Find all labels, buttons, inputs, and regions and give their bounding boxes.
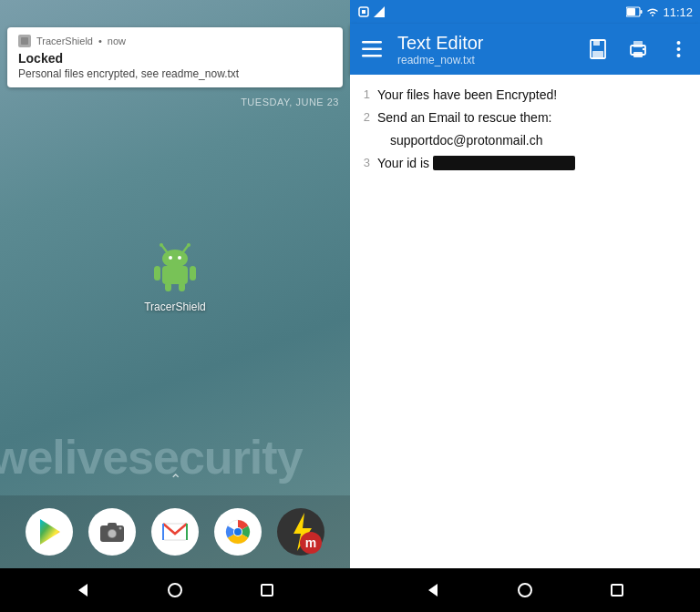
menu-button[interactable] [357, 35, 386, 64]
svg-rect-43 [633, 41, 643, 47]
svg-rect-30 [362, 10, 365, 14]
svg-rect-12 [179, 282, 185, 291]
notification-app-name: TracerShield [36, 36, 93, 46]
editor-line-2: 2 Send an Email to rescue them: [357, 108, 693, 128]
svg-rect-11 [165, 282, 171, 291]
notification-bullet: • [98, 36, 102, 46]
svg-point-5 [162, 250, 188, 268]
android-robot-icon [148, 240, 202, 295]
wifi-icon [646, 6, 659, 17]
battery-icon [626, 6, 643, 17]
svg-rect-42 [633, 52, 643, 57]
play-store-icon[interactable] [26, 508, 73, 556]
left-panel: welivesecurity TracerShield • now Locked… [0, 0, 350, 612]
svg-rect-9 [154, 266, 160, 280]
app-label: TracerShield [144, 301, 206, 313]
multi-app-icon[interactable]: m [277, 508, 324, 556]
svg-marker-13 [40, 519, 60, 545]
svg-point-16 [108, 530, 116, 537]
status-right-icons: 11:12 [626, 5, 693, 19]
notification-app-icon [18, 35, 31, 47]
status-time: 11:12 [663, 5, 693, 19]
svg-text:m: m [304, 536, 315, 550]
svg-rect-34 [641, 10, 643, 14]
signal-icon [373, 5, 386, 18]
svg-point-47 [676, 54, 680, 57]
right-nav-bar [350, 568, 700, 612]
chrome-dock-icon[interactable] [214, 508, 262, 556]
svg-point-2 [160, 243, 163, 247]
camera-dock-icon[interactable] [88, 508, 136, 556]
svg-point-18 [119, 527, 122, 530]
line-number-2: 2 [357, 108, 370, 128]
line-text-2: Send an Email to rescue them: [377, 108, 693, 128]
dock: m [0, 495, 350, 568]
svg-rect-0 [21, 37, 28, 45]
home-button-right[interactable] [514, 579, 536, 601]
gmail-dock-icon[interactable] [151, 508, 199, 556]
svg-rect-8 [162, 266, 188, 284]
editor-line-4: 3 Your id is [357, 154, 693, 173]
notification-header: TracerShield • now [18, 35, 332, 47]
left-nav-bar [0, 568, 350, 612]
status-left-icons [357, 5, 386, 18]
left-status-bar [0, 0, 350, 26]
notification-title: Locked [18, 51, 332, 66]
date-label: TUESDAY, JUNE 23 [0, 89, 350, 107]
app-bar-title-area: Text Editor readme_now.txt [397, 33, 572, 66]
line-text-1: Your files have been Encrypted! [377, 86, 693, 105]
svg-point-46 [676, 47, 680, 51]
line-text-3: supportdoc@protonmail.ch [377, 131, 693, 150]
back-button-right[interactable] [422, 579, 444, 601]
tracershield-app-icon[interactable]: TracerShield [144, 240, 206, 313]
editor-line-3: supportdoc@protonmail.ch [357, 131, 693, 150]
svg-point-6 [169, 256, 172, 260]
editor-content[interactable]: 1 Your files have been Encrypted! 2 Send… [350, 75, 700, 568]
line-number-3 [357, 131, 370, 150]
notification-time: now [108, 36, 126, 46]
save-button[interactable] [583, 35, 612, 64]
app-icons-area: TracerShield [0, 107, 350, 464]
svg-rect-35 [362, 41, 382, 44]
recents-button-right[interactable] [606, 579, 628, 601]
home-button-left[interactable] [164, 579, 186, 601]
svg-rect-39 [593, 40, 600, 46]
line-text-4: Your id is [377, 154, 693, 173]
svg-marker-31 [374, 6, 385, 17]
right-status-bar: 11:12 [350, 0, 700, 24]
notification-body: Personal files encrypted, see readme_now… [18, 67, 332, 80]
right-panel: 11:12 Text Editor readme_now.txt [350, 0, 700, 612]
svg-rect-17 [108, 523, 117, 527]
svg-rect-37 [362, 55, 382, 57]
svg-rect-40 [592, 51, 603, 57]
svg-rect-36 [362, 48, 382, 51]
print-button[interactable] [623, 35, 653, 64]
svg-point-4 [187, 243, 190, 247]
back-button-left[interactable] [72, 579, 94, 601]
app-bar-subtitle: readme_now.txt [397, 54, 572, 66]
editor-line-1: 1 Your files have been Encrypted! [357, 86, 693, 105]
notification-card[interactable]: TracerShield • now Locked Personal files… [7, 27, 343, 87]
svg-point-44 [643, 48, 644, 50]
svg-point-7 [178, 256, 181, 260]
app-bar-title: Text Editor [397, 33, 572, 54]
line-number-4: 3 [357, 154, 370, 173]
svg-rect-33 [627, 8, 635, 15]
sim-icon [357, 5, 370, 18]
app-bar: Text Editor readme_now.txt [350, 24, 700, 75]
svg-rect-10 [190, 266, 196, 280]
more-button[interactable] [664, 35, 693, 64]
recents-button-left[interactable] [256, 579, 278, 601]
line-number-1: 1 [357, 86, 370, 105]
up-arrow[interactable]: ⌃ [0, 464, 350, 495]
redacted-id [433, 156, 575, 170]
svg-point-45 [676, 41, 680, 45]
